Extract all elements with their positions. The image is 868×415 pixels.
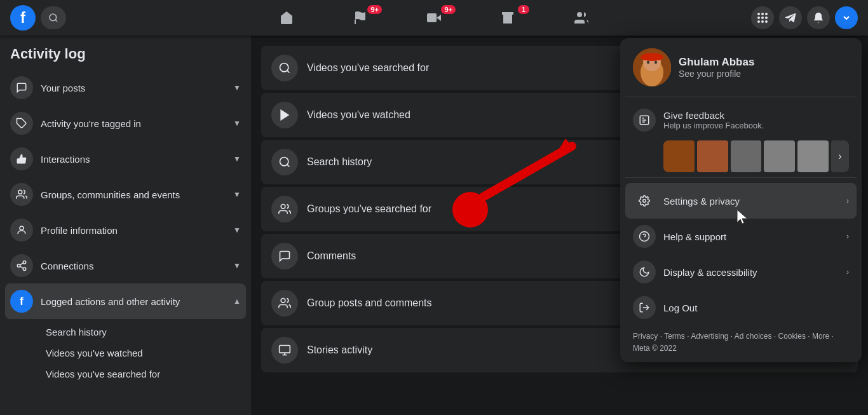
nav-home-button[interactable] xyxy=(251,3,322,33)
stories-label: Stories activity xyxy=(307,344,372,356)
sidebar-item-profile-info[interactable]: Profile information ▼ xyxy=(5,212,246,248)
photo-2 xyxy=(697,140,728,172)
svg-point-12 xyxy=(757,20,760,23)
svg-point-8 xyxy=(765,13,768,15)
sub-search-history[interactable]: Search history xyxy=(41,322,246,343)
nav-flag-button[interactable]: 9+ xyxy=(325,3,396,33)
svg-point-26 xyxy=(280,158,288,166)
profile-info-icon xyxy=(10,219,33,242)
give-feedback-sub: Help us improve Facebook. xyxy=(663,121,764,130)
sub-videos-searched[interactable]: Videos you've searched for xyxy=(41,364,246,384)
topnav-right xyxy=(751,6,858,29)
display-icon xyxy=(633,261,656,283)
svg-point-20 xyxy=(23,268,26,271)
flag-icon xyxy=(353,10,368,25)
interactions-chevron: ▼ xyxy=(233,154,241,163)
sidebar-item-your-posts[interactable]: Your posts ▼ xyxy=(5,70,246,105)
svg-point-11 xyxy=(765,17,768,19)
dropdown-give-feedback[interactable]: Give feedback Help us improve Facebook. xyxy=(625,102,857,138)
dropdown-display-accessibility[interactable]: Display & accessibility › xyxy=(625,254,857,290)
connections-icon xyxy=(10,254,33,277)
dropdown-help-support[interactable]: Help & support › xyxy=(625,219,857,254)
dropdown-profile-item[interactable]: Ghulam Abbas See your profile xyxy=(625,43,857,92)
svg-point-19 xyxy=(17,264,20,268)
feedback-icon xyxy=(633,109,656,132)
your-posts-chevron: ▼ xyxy=(233,83,241,92)
video-icon xyxy=(426,10,442,25)
svg-point-6 xyxy=(757,13,760,15)
svg-line-21 xyxy=(20,266,23,268)
videos-searched-icon xyxy=(271,55,298,81)
connections-chevron: ▼ xyxy=(233,261,241,270)
sidebar-item-logged-actions[interactable]: f Logged actions and other activity ▲ xyxy=(5,283,246,319)
notifications-button[interactable] xyxy=(807,6,830,29)
dropdown-menu: Ghulam Abbas See your profile Give feedb… xyxy=(620,38,862,362)
photo-strip: › xyxy=(663,140,849,172)
topnav: f 9+ 9+ xyxy=(0,0,868,36)
dropdown-logout[interactable]: Log Out xyxy=(625,290,857,325)
sidebar-item-connections[interactable]: Connections ▼ xyxy=(5,248,246,283)
tagged-label: Activity you're tagged in xyxy=(41,118,141,129)
svg-point-23 xyxy=(280,64,288,72)
svg-line-24 xyxy=(287,71,290,73)
photo-arrow-button[interactable]: › xyxy=(831,140,849,172)
page-title: Activity log xyxy=(5,46,246,70)
sidebar: Activity log Your posts ▼ Activity you'r… xyxy=(0,36,251,415)
facebook-logo[interactable]: f xyxy=(10,5,36,31)
sidebar-item-interactions[interactable]: Interactions ▼ xyxy=(5,141,246,177)
divider-2 xyxy=(625,177,857,178)
bell-icon xyxy=(812,11,825,24)
sidebar-item-groups[interactable]: Groups, communities and events ▼ xyxy=(5,177,246,212)
grid-menu-button[interactable] xyxy=(751,6,774,29)
svg-point-5 xyxy=(577,12,582,17)
search-icon xyxy=(48,13,58,23)
photo-5 xyxy=(797,140,829,172)
interactions-icon xyxy=(10,147,33,170)
nav-video-button[interactable]: 9+ xyxy=(398,3,470,33)
dropdown-footer: Privacy · Terms · Advertising · Ad choic… xyxy=(625,325,857,357)
logout-label: Log Out xyxy=(663,303,697,313)
svg-point-44 xyxy=(643,200,646,203)
search-box[interactable] xyxy=(41,6,66,29)
svg-point-16 xyxy=(18,190,22,194)
svg-marker-3 xyxy=(437,15,441,21)
interactions-label: Interactions xyxy=(41,154,90,165)
groups-chevron: ▼ xyxy=(233,190,241,199)
flag-badge: 9+ xyxy=(367,5,382,14)
nav-store-button[interactable]: 1 xyxy=(472,3,543,33)
videos-searched-label: Videos you've searched for xyxy=(307,62,429,74)
groups-searched-label: Groups you've searched for xyxy=(307,203,431,215)
footer-links: Privacy · Terms · Advertising · Ad choic… xyxy=(633,332,834,341)
logged-actions-icon: f xyxy=(10,290,33,313)
connections-label: Connections xyxy=(41,261,93,271)
help-support-label: Help & support xyxy=(663,231,726,242)
logged-actions-label: Logged actions and other activity xyxy=(41,296,180,307)
svg-point-7 xyxy=(761,13,764,15)
svg-marker-25 xyxy=(281,111,288,120)
avatar xyxy=(633,48,671,86)
svg-point-17 xyxy=(20,226,24,230)
messenger-button[interactable] xyxy=(779,6,802,29)
profile-name: Ghulam Abbas xyxy=(679,56,754,69)
photo-3 xyxy=(731,140,762,172)
settings-icon xyxy=(633,189,656,212)
svg-rect-37 xyxy=(644,53,660,60)
logout-icon xyxy=(633,296,656,319)
svg-point-10 xyxy=(761,17,764,19)
divider-1 xyxy=(625,97,857,97)
give-feedback-label: Give feedback xyxy=(663,110,764,121)
dropdown-settings-privacy[interactable]: Settings & privacy › xyxy=(625,183,857,219)
nav-groups-button[interactable] xyxy=(546,3,617,33)
see-profile-link: See your profile xyxy=(679,69,754,79)
sidebar-item-tagged-in[interactable]: Activity you're tagged in ▼ xyxy=(5,105,246,141)
search-history-icon xyxy=(271,149,298,175)
svg-line-1 xyxy=(55,20,57,22)
svg-point-9 xyxy=(757,17,760,19)
sub-videos-watched[interactable]: Videos you've watched xyxy=(41,343,246,364)
svg-point-38 xyxy=(647,61,649,64)
group-posts-icon xyxy=(271,290,298,316)
svg-rect-30 xyxy=(280,346,290,353)
account-menu-button[interactable] xyxy=(835,6,858,29)
groups-searched-icon xyxy=(271,196,298,222)
your-posts-icon xyxy=(10,76,33,99)
